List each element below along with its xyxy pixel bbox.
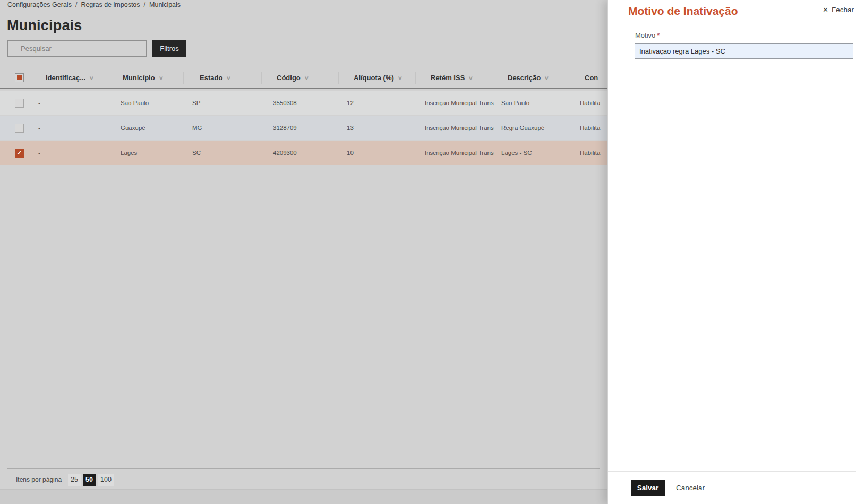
page-size-100-button[interactable]: 100 <box>98 474 114 486</box>
breadcrumb-separator: / <box>75 1 77 8</box>
column-header-codigo[interactable]: Código ∨ <box>261 72 338 84</box>
column-header-descricao[interactable]: Descrição ∨ <box>494 72 571 84</box>
cancel-button[interactable]: Cancelar <box>676 480 705 496</box>
breadcrumb-municipais[interactable]: Municipais <box>149 1 181 8</box>
breadcrumb: Configurações Gerais / Regras de imposto… <box>7 1 181 8</box>
page-title: Municipais <box>7 18 82 34</box>
close-icon: ✕ <box>823 6 828 14</box>
search-input[interactable] <box>7 40 147 57</box>
column-header-retem-iss[interactable]: Retém ISS ∨ <box>415 72 494 84</box>
chevron-down-icon: ∨ <box>398 75 403 81</box>
breadcrumb-regras-de-impostos[interactable]: Regras de impostos <box>81 1 140 8</box>
save-button[interactable]: Salvar <box>631 480 665 496</box>
column-header-aliquota[interactable]: Alíquota (%) ∨ <box>338 72 415 84</box>
items-per-page-label: Itens por página <box>16 476 62 483</box>
chevron-down-icon: ∨ <box>468 75 473 81</box>
select-all-checkbox[interactable] <box>15 73 24 82</box>
page-size-50-button[interactable]: 50 <box>83 474 96 486</box>
table-header-row: Identificaç... ∨ Município ∨ Estado ∨ Có… <box>0 67 685 89</box>
chevron-down-icon: ∨ <box>304 75 309 81</box>
breadcrumb-configuracoes-gerais[interactable]: Configurações Gerais <box>7 1 72 8</box>
chevron-down-icon: ∨ <box>226 75 231 81</box>
table-row-guaxupe[interactable]: - Guaxupé MG 3128709 13 Inscrição Munici… <box>0 116 685 140</box>
chevron-down-icon: ∨ <box>89 75 94 81</box>
required-marker: * <box>657 31 660 39</box>
bottom-strip <box>0 489 607 504</box>
row-checkbox[interactable] <box>15 99 24 108</box>
motivo-input[interactable] <box>635 43 853 59</box>
row-checkbox[interactable] <box>15 124 24 133</box>
panel-footer-divider <box>608 471 856 472</box>
table-row-lages-selected[interactable]: - Lages SC 4209300 10 Inscrição Municipa… <box>0 141 685 165</box>
column-header-identificacao[interactable]: Identificaç... ∨ <box>33 72 109 84</box>
breadcrumb-separator: / <box>144 1 145 8</box>
chevron-down-icon: ∨ <box>544 75 549 81</box>
municipal-rules-table: Identificaç... ∨ Município ∨ Estado ∨ Có… <box>0 67 685 165</box>
filters-button[interactable]: Filtros <box>152 40 186 57</box>
row-checkbox[interactable] <box>15 149 24 158</box>
inactivation-reason-panel: Motivo de Inativação ✕ Fechar Motivo* Sa… <box>607 0 856 504</box>
table-row-sao-paulo[interactable]: - São Paulo SP 3550308 12 Inscrição Muni… <box>0 91 685 115</box>
column-header-municipio[interactable]: Município ∨ <box>109 72 183 84</box>
footer-divider <box>7 468 600 469</box>
motivo-field-label: Motivo* <box>635 31 660 39</box>
column-header-estado[interactable]: Estado ∨ <box>183 72 261 84</box>
page-size-25-button[interactable]: 25 <box>68 474 81 486</box>
header-select-all-cell <box>0 72 33 84</box>
items-per-page: Itens por página 25 50 100 <box>16 473 114 486</box>
close-panel-button[interactable]: ✕ Fechar <box>823 6 854 14</box>
chevron-down-icon: ∨ <box>158 75 163 81</box>
panel-title: Motivo de Inativação <box>628 5 738 18</box>
